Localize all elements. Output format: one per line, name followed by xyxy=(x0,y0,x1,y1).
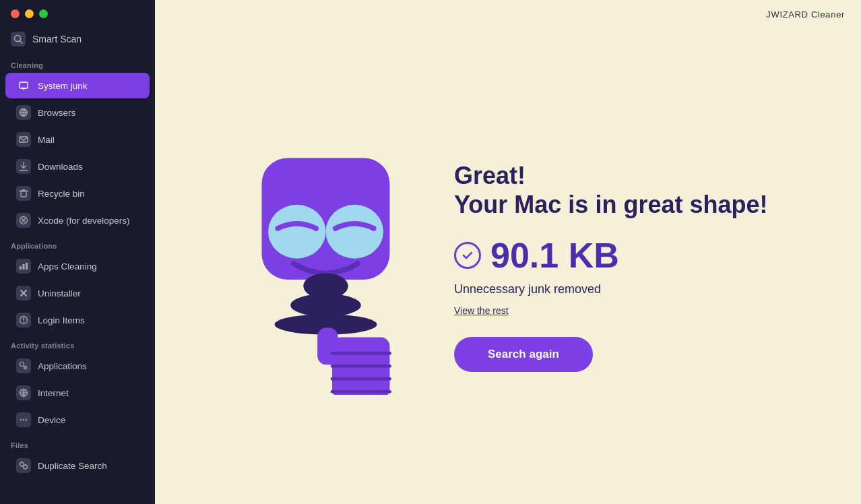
section-header-applications: Applications xyxy=(0,234,155,253)
system-junk-icon xyxy=(16,78,31,93)
svg-point-33 xyxy=(23,419,24,420)
browsers-icon xyxy=(16,105,31,120)
applications-activity-label: Applications xyxy=(38,361,87,371)
downloads-icon xyxy=(16,159,31,174)
svg-rect-12 xyxy=(21,191,26,197)
sidebar-item-xcode[interactable]: Xcode (for developers) xyxy=(5,208,150,233)
svg-point-40 xyxy=(326,204,384,258)
mail-icon xyxy=(16,132,31,147)
app-title: JWIZARD Cleaner xyxy=(766,9,845,20)
applications-icon xyxy=(16,358,31,373)
sidebar-item-device[interactable]: Device xyxy=(5,407,150,433)
svg-point-34 xyxy=(26,419,27,420)
maximize-button[interactable] xyxy=(39,9,48,18)
internet-label: Internet xyxy=(38,388,69,398)
duplicate-search-icon xyxy=(16,458,31,473)
xcode-label: Xcode (for developers) xyxy=(38,216,130,226)
sidebar-item-smart-scan[interactable]: Smart Scan xyxy=(0,25,155,53)
recycle-bin-icon xyxy=(16,186,31,201)
result-title: Great! Your Mac is in great shape! xyxy=(454,161,791,219)
apps-cleaning-label: Apps Cleaning xyxy=(38,261,97,272)
svg-line-1 xyxy=(20,41,23,44)
svg-rect-19 xyxy=(20,266,22,270)
duplicate-search-label: Duplicate Search xyxy=(38,461,107,471)
svg-point-39 xyxy=(268,204,326,258)
svg-point-27 xyxy=(20,363,24,367)
traffic-lights xyxy=(0,0,155,25)
main-content-area: JWIZARD Cleaner xyxy=(155,0,861,504)
result-area: Great! Your Mac is in great shape! 90.1 … xyxy=(454,161,791,372)
check-icon xyxy=(454,242,481,269)
section-header-cleaning: Cleaning xyxy=(0,53,155,72)
svg-point-32 xyxy=(20,419,22,420)
result-content: Great! Your Mac is in great shape! 90.1 … xyxy=(155,29,861,504)
sidebar-item-system-junk[interactable]: System junk xyxy=(5,73,150,98)
device-label: Device xyxy=(38,415,65,425)
sidebar-item-uninstaller[interactable]: Uninstaller xyxy=(5,280,150,306)
internet-icon xyxy=(16,385,31,400)
uninstaller-icon xyxy=(16,286,31,301)
smart-scan-icon xyxy=(11,32,26,46)
result-subtitle: Unnecessary junk removed xyxy=(454,282,791,296)
uninstaller-label: Uninstaller xyxy=(38,288,81,298)
sidebar-item-browsers[interactable]: Browsers xyxy=(5,100,150,125)
recycle-bin-label: Recycle bin xyxy=(38,189,85,199)
svg-point-26 xyxy=(23,321,24,323)
sidebar-item-applications[interactable]: Applications xyxy=(5,353,150,379)
result-size: 90.1 KB xyxy=(490,235,619,276)
search-again-button[interactable]: Search again xyxy=(454,337,593,372)
sidebar-item-internet[interactable]: Internet xyxy=(5,380,150,406)
result-size-row: 90.1 KB xyxy=(454,235,791,276)
system-junk-label: System junk xyxy=(38,81,88,91)
robot-illustration xyxy=(225,132,414,402)
sidebar-item-mail[interactable]: Mail xyxy=(5,127,150,152)
section-header-activity-statistics: Activity statistics xyxy=(0,334,155,352)
downloads-label: Downloads xyxy=(38,162,83,172)
svg-point-36 xyxy=(24,465,28,469)
smart-scan-label: Smart Scan xyxy=(32,34,82,44)
main-header: JWIZARD Cleaner xyxy=(155,0,861,29)
sidebar: Smart Scan Cleaning System junk Browsers xyxy=(0,0,155,504)
sidebar-item-login-items[interactable]: Login Items xyxy=(5,307,150,333)
mail-label: Mail xyxy=(38,135,55,145)
svg-rect-46 xyxy=(317,327,338,365)
sidebar-item-apps-cleaning[interactable]: Apps Cleaning xyxy=(5,253,150,279)
minimize-button[interactable] xyxy=(25,9,34,18)
svg-rect-2 xyxy=(20,82,28,88)
svg-point-28 xyxy=(24,366,28,370)
svg-rect-21 xyxy=(26,263,28,270)
sidebar-item-recycle-bin[interactable]: Recycle bin xyxy=(5,181,150,206)
device-icon xyxy=(16,412,31,427)
browsers-label: Browsers xyxy=(38,108,75,118)
sidebar-item-downloads[interactable]: Downloads xyxy=(5,154,150,179)
svg-rect-20 xyxy=(23,264,25,270)
apps-cleaning-icon xyxy=(16,259,31,274)
sidebar-item-duplicate-search[interactable]: Duplicate Search xyxy=(5,453,150,478)
login-items-icon xyxy=(16,313,31,327)
login-items-label: Login Items xyxy=(38,315,85,325)
section-header-files: Files xyxy=(0,433,155,452)
view-rest-link[interactable]: View the rest xyxy=(454,305,509,316)
close-button[interactable] xyxy=(11,9,20,18)
xcode-icon xyxy=(16,213,31,228)
